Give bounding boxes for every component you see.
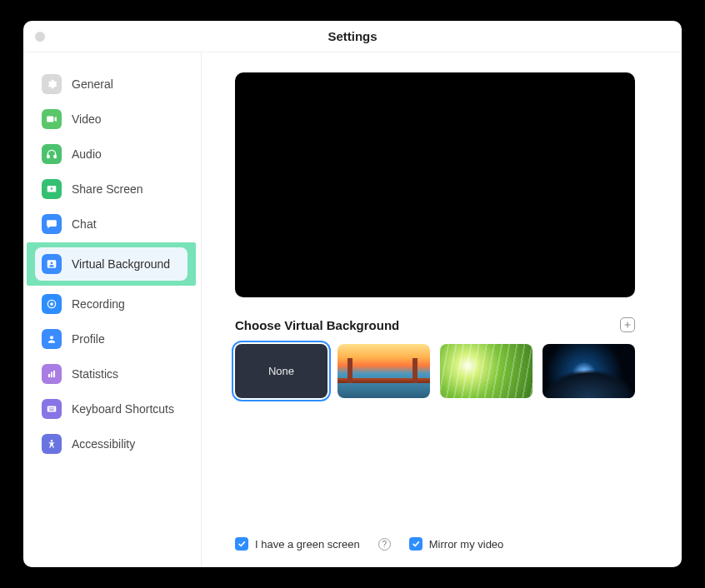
sidebar-item-recording[interactable]: Recording <box>35 287 189 321</box>
checkbox-checked-icon <box>235 537 248 551</box>
svg-rect-12 <box>49 407 50 408</box>
titlebar: Settings <box>23 21 682 52</box>
sidebar-item-label: Keyboard Shortcuts <box>72 402 174 416</box>
sidebar: General Video Audio <box>23 52 202 567</box>
mirror-video-checkbox[interactable]: Mirror my video <box>409 537 504 551</box>
sidebar-item-label: Virtual Background <box>72 257 170 271</box>
share-screen-icon <box>42 179 62 199</box>
sidebar-item-label: Profile <box>72 332 105 346</box>
background-thumbnails: None <box>235 344 635 398</box>
svg-rect-1 <box>54 155 56 158</box>
sidebar-item-label: Share Screen <box>72 182 143 196</box>
sidebar-item-label: Video <box>72 112 102 126</box>
svg-point-6 <box>50 302 53 306</box>
section-header: Choose Virtual Background <box>235 317 635 332</box>
sidebar-item-keyboard-shortcuts[interactable]: Keyboard Shortcuts <box>35 392 189 426</box>
keyboard-icon <box>42 399 62 419</box>
green-screen-label: I have a green screen <box>255 538 360 551</box>
checkbox-checked-icon <box>409 537 422 551</box>
window-title: Settings <box>328 29 377 43</box>
sidebar-item-label: Accessibility <box>72 437 135 451</box>
settings-window: Settings General Video <box>23 21 682 567</box>
sidebar-item-chat[interactable]: Chat <box>35 207 189 241</box>
green-screen-checkbox[interactable]: I have a green screen <box>235 537 360 551</box>
footer-options: I have a green screen ? Mirror my video <box>235 521 658 551</box>
gear-icon <box>42 74 62 94</box>
sidebar-item-video[interactable]: Video <box>35 102 189 136</box>
svg-rect-11 <box>48 406 57 412</box>
statistics-icon <box>42 364 62 384</box>
sidebar-item-general[interactable]: General <box>35 67 189 101</box>
sidebar-item-accessibility[interactable]: Accessibility <box>35 427 189 461</box>
record-icon <box>42 294 62 314</box>
svg-rect-15 <box>53 407 54 408</box>
svg-rect-10 <box>53 371 55 377</box>
bg-thumb-golden-gate[interactable] <box>338 344 430 398</box>
add-background-button[interactable] <box>620 317 635 332</box>
bg-thumb-grass[interactable] <box>440 344 532 398</box>
svg-point-17 <box>51 440 52 441</box>
accessibility-icon <box>42 434 62 454</box>
sidebar-item-virtual-background[interactable]: Virtual Background <box>35 247 188 281</box>
main-panel: Choose Virtual Background None I <box>202 52 682 567</box>
video-preview <box>235 72 635 297</box>
traffic-light-close[interactable] <box>35 32 45 42</box>
sidebar-item-label: Recording <box>72 297 125 311</box>
bg-thumb-none[interactable]: None <box>235 344 328 398</box>
sidebar-item-audio[interactable]: Audio <box>35 137 189 171</box>
user-icon <box>42 329 62 349</box>
chat-icon <box>42 214 62 234</box>
svg-rect-14 <box>52 407 52 408</box>
bg-thumb-none-label: None <box>268 365 294 377</box>
svg-point-4 <box>51 262 53 264</box>
help-icon[interactable]: ? <box>378 538 391 551</box>
svg-rect-16 <box>49 410 54 411</box>
sidebar-item-profile[interactable]: Profile <box>35 322 189 356</box>
svg-rect-0 <box>48 155 49 158</box>
virtual-background-icon <box>42 254 62 274</box>
svg-point-7 <box>50 336 53 339</box>
headphones-icon <box>42 144 62 164</box>
sidebar-item-label: General <box>72 77 113 91</box>
sidebar-item-share-screen[interactable]: Share Screen <box>35 172 189 206</box>
svg-rect-13 <box>50 407 51 408</box>
sidebar-item-label: Audio <box>72 147 102 161</box>
sidebar-item-statistics[interactable]: Statistics <box>35 357 189 391</box>
sidebar-item-label: Chat <box>72 217 97 231</box>
sidebar-item-label: Statistics <box>72 367 118 381</box>
bg-thumb-space[interactable] <box>542 344 635 398</box>
mirror-video-label: Mirror my video <box>429 538 504 551</box>
section-title: Choose Virtual Background <box>235 318 399 332</box>
svg-rect-9 <box>51 372 52 377</box>
window-body: General Video Audio <box>23 52 682 567</box>
svg-rect-8 <box>48 374 50 377</box>
video-icon <box>42 109 62 129</box>
